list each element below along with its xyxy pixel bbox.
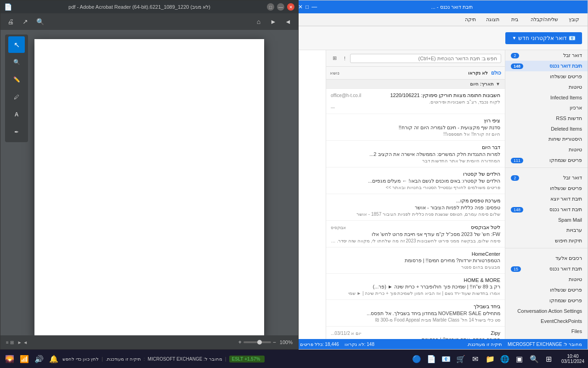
- outlook-title: תיבת דואר נכנס - ...: [320, 4, 584, 10]
- sidebar-folder-drafts2[interactable]: טיוטות: [505, 144, 588, 155]
- sidebar-folder-archive[interactable]: ארכיון: [505, 103, 588, 113]
- sidebar-folder-rss[interactable]: חדשות RSS: [505, 113, 588, 124]
- pdf-annotate-tool[interactable]: ✏️: [8, 71, 25, 88]
- menu-view[interactable]: תצוגה: [481, 12, 504, 28]
- taskbar-acrobat-icon[interactable]: 📄: [425, 353, 437, 365]
- outlook-maximize[interactable]: □: [305, 4, 309, 10]
- sidebar-folder-deleted2[interactable]: פריטים שנמחקו 111: [505, 155, 588, 166]
- pdf-close-button[interactable]: ✕: [287, 3, 294, 11]
- sidebar-folder-files[interactable]: Files: [505, 326, 588, 336]
- email-item[interactable]: דבר היום למרות התגנדות חלק המשרים: הממשל…: [326, 141, 505, 167]
- sidebar-folder-drafts[interactable]: טיוטות: [505, 82, 588, 92]
- sidebar-folder-cas[interactable]: Conversation Action Settings: [505, 306, 588, 316]
- pdf-window: ✕ — □ (לא מגיב) pdf - Adobe Acrobat Read…: [0, 0, 299, 350]
- email-item[interactable]: מערכת טפסים מקו... טפסים: פניה כללית לפנ…: [326, 194, 505, 221]
- status-unread: 148 :לא נקראו: [345, 342, 374, 347]
- menu-file[interactable]: קובץ: [564, 12, 584, 28]
- sidebar-folder-drafts3[interactable]: טיוטות: [505, 274, 588, 285]
- pdf-nav-back[interactable]: ◄: [282, 15, 294, 28]
- taskbar-wallpaper[interactable]: 🌄: [4, 353, 16, 365]
- pdf-signature-tool[interactable]: ✒: [8, 124, 25, 140]
- sidebar-folder-ecp[interactable]: EventCheckPoints: [505, 316, 588, 326]
- reading-pane: [294, 50, 326, 339]
- sidebar-folder-inbox2[interactable]: תיבת דואר נכנס 148: [505, 204, 588, 215]
- sidebar-folder-davar-zevel-2[interactable]: דואר זבל 2: [505, 172, 588, 183]
- pdf-zoom-out-btn[interactable]: −: [273, 339, 276, 345]
- pdf-pen-tool[interactable]: 🖊: [8, 89, 25, 105]
- pdf-text-tool[interactable]: A: [8, 106, 25, 123]
- email-item[interactable]: הילדים של קסטרו הילדים של קסטרו: באים מו…: [326, 167, 505, 194]
- taskbar-sep2: :: [144, 356, 145, 362]
- outlook-body: דואר זבל 2 תיבת דואר נכנס 148 פריטים שנש…: [294, 50, 588, 339]
- menu-folder[interactable]: בית: [505, 12, 525, 28]
- new-email-icon: 📧: [569, 35, 576, 41]
- sidebar-folder-spam[interactable]: Spam Mail: [505, 215, 588, 225]
- sidebar-folder-conversation[interactable]: היסטוריית שיחות: [505, 134, 588, 144]
- sidebar-folder-deleted3[interactable]: פריטים שנמחקו: [505, 295, 588, 306]
- email-item[interactable]: HomeCenter הטמפרטורות יורדות? מחירים חמי…: [326, 247, 505, 274]
- taskbar-mail-icon[interactable]: ✉: [469, 353, 481, 365]
- email-item[interactable]: HOME & MORE רק ב 89 ש"ח!! | שמיכת פוך חו…: [326, 274, 505, 300]
- pdf-cursor-tool[interactable]: ↖: [8, 36, 25, 53]
- taskbar-store-icon[interactable]: 🛒: [455, 353, 467, 365]
- pdf-print-btn[interactable]: 🖨: [4, 15, 17, 28]
- pdf-share-btn[interactable]: ↗: [19, 15, 32, 28]
- taskbar-chrome-icon[interactable]: 🔵: [411, 353, 423, 365]
- email-item[interactable]: Zipy יום א 03/11/2... החורף בפתח, אתם מו…: [326, 327, 505, 339]
- sidebar-section-divider1: [505, 167, 588, 172]
- pdf-content: ↖ 🔍 ✏️ 🖊 A ✒: [0, 30, 298, 335]
- pdf-search-btn[interactable]: 🔍: [34, 15, 46, 28]
- taskbar-task-view[interactable]: ▣: [514, 353, 526, 365]
- outlook-minimize[interactable]: —: [311, 4, 317, 10]
- pdf-page: [34, 39, 264, 335]
- email-item[interactable]: חשבונות חתומה מצוות חוריקן סימוקין: 1220…: [326, 89, 505, 114]
- sidebar-folder-sent[interactable]: פריטים שנשלחו: [505, 71, 588, 82]
- email-item[interactable]: ציפי רוץ סדנת שף מקצועית - חינם לגמריה ה…: [326, 114, 505, 141]
- sidebar-folder-infected[interactable]: Infected Items: [505, 92, 588, 103]
- sidebar-folder-sent3[interactable]: פריטים שנשלחו: [505, 285, 588, 295]
- taskbar-notifications[interactable]: 🔔: [48, 353, 60, 365]
- pdf-zoom-tool[interactable]: 🔍: [8, 54, 25, 70]
- taskbar-edge-icon[interactable]: 🌐: [499, 353, 511, 365]
- sidebar-folder-search[interactable]: תיקיות חיפוש: [505, 236, 588, 246]
- pdf-maximize-button[interactable]: □: [267, 3, 274, 11]
- pdf-zoom-slider[interactable]: [243, 341, 271, 343]
- menu-send-receive[interactable]: שליחה/קבלה: [526, 12, 563, 28]
- pdf-view-toggle: ⊞ ≡: [6, 340, 14, 345]
- taskbar-windows-btn[interactable]: ⊞: [543, 353, 555, 365]
- pdf-minimize-button[interactable]: —: [277, 3, 284, 11]
- sidebar-folder-elad[interactable]: רכיבים אלעד: [505, 253, 588, 264]
- sidebar-folder-deleted[interactable]: Deleted Items: [505, 124, 588, 134]
- sidebar-folder-warranties[interactable]: ערבויות: [505, 225, 588, 236]
- pdf-title: (לא מגיב) pdf - Adobe Acrobat Reader (64…: [15, 4, 264, 10]
- email-item[interactable]: ביחד בשבילך מתחילים NOVEMBER SALE במחדון…: [326, 300, 505, 327]
- taskbar-outlook-icon[interactable]: 📧: [440, 353, 452, 365]
- taskbar-wifi[interactable]: 📶: [18, 353, 30, 365]
- sidebar-folder-inbox[interactable]: תיבת דואר נכנס 148: [505, 61, 588, 71]
- search-input[interactable]: [350, 54, 501, 63]
- search-filter-btn[interactable]: !: [341, 54, 348, 63]
- sidebar-folder-sent2[interactable]: פריטים שנשלחו: [505, 183, 588, 194]
- pdf-zoom-in-btn[interactable]: +: [238, 339, 242, 345]
- sidebar-folder-inbox3[interactable]: תיבת דואר נכנס 15: [505, 264, 588, 274]
- taskbar-explorer-icon[interactable]: 📁: [484, 353, 496, 365]
- pdf-home[interactable]: ⌂: [252, 15, 265, 28]
- email-item[interactable]: ליטל אבוקסיס אבוקסיס FW: חש' של 2023 מסכ…: [326, 221, 505, 247]
- pdf-nav-forward[interactable]: ►: [267, 15, 280, 28]
- new-email-button[interactable]: 📧 דואר אלקטרוני חדש ▼: [505, 32, 582, 44]
- sidebar-folder-outbox[interactable]: תיבת דואר יוצא: [505, 194, 588, 204]
- pdf-titlebar: ✕ — □ (לא מגיב) pdf - Adobe Acrobat Read…: [0, 0, 298, 13]
- menu-tools[interactable]: תיקה: [460, 12, 481, 28]
- email-section-today[interactable]: ▼ תאריך: היום: [326, 80, 505, 89]
- taskbar-volume[interactable]: 🔊: [33, 353, 45, 365]
- email-list: ! ⊞ כולם לא נקראו נושא ▼ תאריך: היום: [326, 50, 505, 339]
- taskbar-search-btn[interactable]: 🔍: [528, 353, 540, 365]
- unread-toggle[interactable]: כולם לא נקראו: [468, 70, 501, 76]
- search-advanced-btn[interactable]: ⊞: [330, 54, 339, 63]
- taskbar-sep3: |: [102, 356, 103, 362]
- email-sort-btn[interactable]: נושא: [330, 70, 339, 75]
- outlook-menu-bar: קובץ שליחה/קבלה בית תצוגה תיקה: [294, 13, 588, 26]
- sidebar-folder-davar-zevel-1[interactable]: דואר זבל 2: [505, 50, 588, 61]
- pdf-zoom-control[interactable]: − +: [238, 339, 276, 345]
- outlook-close[interactable]: ✕: [298, 4, 303, 10]
